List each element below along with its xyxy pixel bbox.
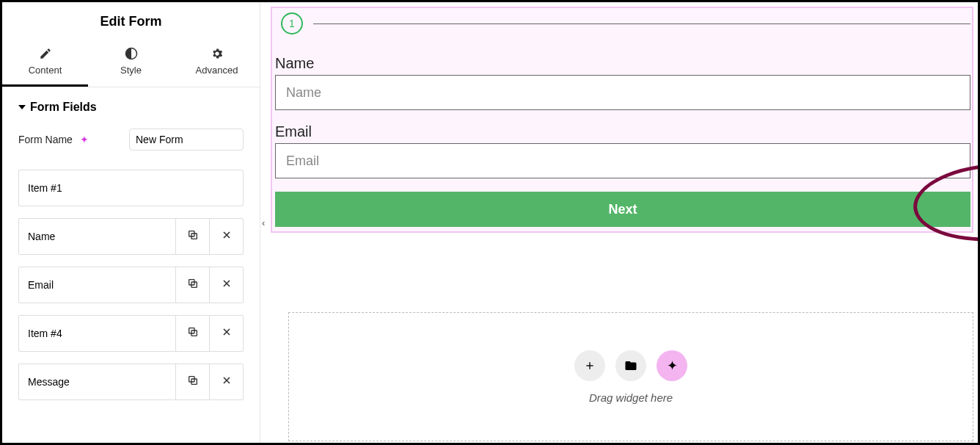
- email-input[interactable]: [275, 143, 970, 178]
- remove-field-button[interactable]: [209, 316, 243, 351]
- step-indicator: 1: [281, 12, 970, 35]
- tab-label: Style: [120, 65, 142, 76]
- editor-sidebar: Edit Form Content Style Advanced Form Fi…: [2, 2, 260, 443]
- field-item-label: Item #1: [19, 170, 243, 206]
- add-widget-button[interactable]: [574, 350, 605, 381]
- sparkle-icon: ✦: [80, 134, 89, 145]
- sparkle-icon: ✦: [667, 358, 678, 374]
- close-icon: [221, 375, 233, 389]
- tab-label: Content: [29, 65, 62, 76]
- copy-icon: [187, 375, 199, 389]
- panel-tabs: Content Style Advanced: [2, 40, 260, 87]
- collapse-sidebar-button[interactable]: ‹: [260, 214, 266, 231]
- section-title: Form Fields: [30, 101, 97, 114]
- duplicate-field-button[interactable]: [175, 316, 209, 351]
- remove-field-button[interactable]: [209, 364, 243, 399]
- copy-icon: [187, 326, 199, 341]
- step-circle: 1: [281, 12, 303, 35]
- form-fields-section: Form Fields Form Name ✦ Item #1NameEmail…: [2, 87, 260, 412]
- fields-list: Item #1NameEmailItem #4Message: [18, 170, 244, 400]
- field-item-label: Name: [19, 219, 175, 254]
- tab-content[interactable]: Content: [2, 40, 88, 87]
- drop-zone-label: Drag widget here: [589, 391, 673, 404]
- field-item-label: Message: [19, 364, 175, 399]
- panel-title: Edit Form: [2, 2, 260, 40]
- close-icon: [221, 278, 233, 292]
- form-name-row: Form Name ✦: [18, 129, 244, 151]
- pencil-icon: [39, 47, 52, 60]
- folder-button[interactable]: [615, 350, 646, 381]
- close-icon: [221, 229, 233, 244]
- gear-icon: [211, 47, 224, 60]
- folder-icon: [624, 359, 637, 372]
- caret-down-icon: [18, 105, 26, 109]
- form-preview[interactable]: 1 Name Email Next: [271, 7, 973, 233]
- copy-icon: [187, 278, 199, 292]
- drop-zone-actions: ✦: [574, 350, 687, 381]
- duplicate-field-button[interactable]: [175, 219, 209, 254]
- form-name-label: Form Name: [18, 134, 73, 145]
- duplicate-field-button[interactable]: [175, 364, 209, 399]
- tab-advanced[interactable]: Advanced: [174, 40, 260, 87]
- tab-label: Advanced: [196, 65, 238, 76]
- next-button[interactable]: Next: [275, 192, 970, 227]
- remove-field-button[interactable]: [209, 267, 243, 303]
- field-item[interactable]: Item #1: [18, 170, 244, 206]
- close-icon: [221, 326, 233, 341]
- name-input[interactable]: [275, 75, 970, 110]
- widget-drop-zone[interactable]: ✦ Drag widget here: [288, 312, 973, 441]
- field-item[interactable]: Email: [18, 267, 244, 303]
- plus-icon: [584, 360, 596, 372]
- field-item[interactable]: Item #4: [18, 315, 244, 352]
- field-item-label: Item #4: [19, 316, 175, 351]
- step-line: [313, 23, 970, 24]
- form-name-input[interactable]: [129, 129, 244, 151]
- tab-style[interactable]: Style: [88, 40, 174, 87]
- section-toggle[interactable]: Form Fields: [18, 101, 244, 114]
- ai-button[interactable]: ✦: [657, 350, 687, 381]
- copy-icon: [187, 229, 199, 244]
- remove-field-button[interactable]: [209, 219, 243, 254]
- duplicate-field-button[interactable]: [175, 267, 209, 303]
- field-label-name: Name: [275, 55, 970, 72]
- field-item[interactable]: Name: [18, 218, 244, 255]
- contrast-icon: [125, 47, 138, 60]
- field-item[interactable]: Message: [18, 363, 244, 400]
- field-label-email: Email: [275, 123, 970, 140]
- field-item-label: Email: [19, 267, 175, 303]
- preview-canvas: ‹ 1 Name Email Next ✦ Drag widget here: [260, 2, 978, 443]
